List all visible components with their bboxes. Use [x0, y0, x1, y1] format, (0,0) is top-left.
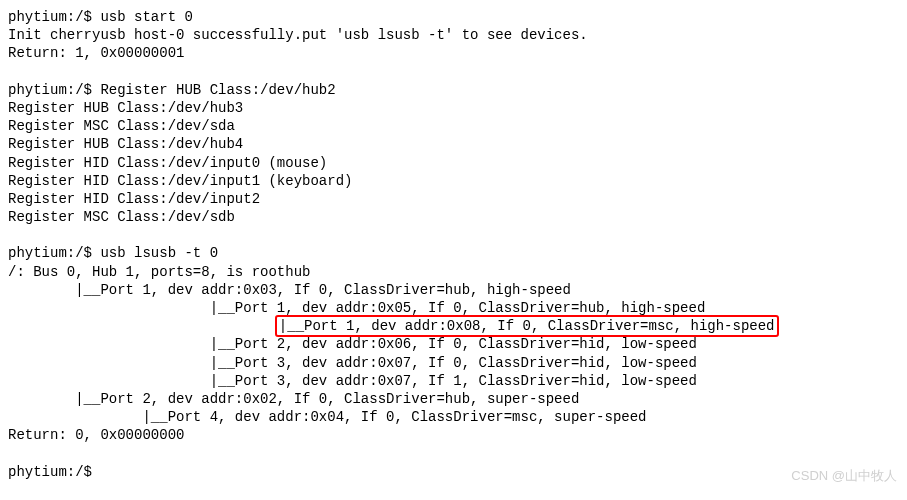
terminal-line: phytium:/$ usb start 0	[8, 8, 899, 26]
terminal-line: Return: 1, 0x00000001	[8, 44, 899, 62]
terminal-line: Register HID Class:/dev/input0 (mouse)	[8, 154, 899, 172]
terminal-line: Register HUB Class:/dev/hub3	[8, 99, 899, 117]
terminal-line: Return: 0, 0x00000000	[8, 426, 899, 444]
terminal-line: Register HID Class:/dev/input2	[8, 190, 899, 208]
tree-indent	[8, 318, 277, 334]
terminal-line: |__Port 3, dev addr:0x07, If 1, ClassDri…	[8, 372, 899, 390]
terminal-line	[8, 226, 899, 244]
highlighted-text: |__Port 1, dev addr:0x08, If 0, ClassDri…	[275, 315, 779, 337]
terminal-line	[8, 63, 899, 81]
watermark: CSDN @山中牧人	[791, 468, 897, 485]
terminal-line: |__Port 3, dev addr:0x07, If 0, ClassDri…	[8, 354, 899, 372]
terminal-line: Register MSC Class:/dev/sdb	[8, 208, 899, 226]
terminal-line: Register MSC Class:/dev/sda	[8, 117, 899, 135]
terminal-line: /: Bus 0, Hub 1, ports=8, is roothub	[8, 263, 899, 281]
terminal-line: Register HUB Class:/dev/hub4	[8, 135, 899, 153]
terminal-line: phytium:/$ usb lsusb -t 0	[8, 244, 899, 262]
terminal-line: |__Port 1, dev addr:0x03, If 0, ClassDri…	[8, 281, 899, 299]
terminal-line: |__Port 4, dev addr:0x04, If 0, ClassDri…	[8, 408, 899, 426]
terminal-prompt[interactable]: phytium:/$	[8, 463, 899, 481]
terminal-line: |__Port 2, dev addr:0x06, If 0, ClassDri…	[8, 335, 899, 353]
terminal-line: Init cherryusb host-0 successfully.put '…	[8, 26, 899, 44]
terminal-line: phytium:/$ Register HUB Class:/dev/hub2	[8, 81, 899, 99]
terminal-line	[8, 445, 899, 463]
terminal-line: Register HID Class:/dev/input1 (keyboard…	[8, 172, 899, 190]
terminal-line: |__Port 2, dev addr:0x02, If 0, ClassDri…	[8, 390, 899, 408]
terminal-line-highlighted: |__Port 1, dev addr:0x08, If 0, ClassDri…	[8, 317, 899, 335]
